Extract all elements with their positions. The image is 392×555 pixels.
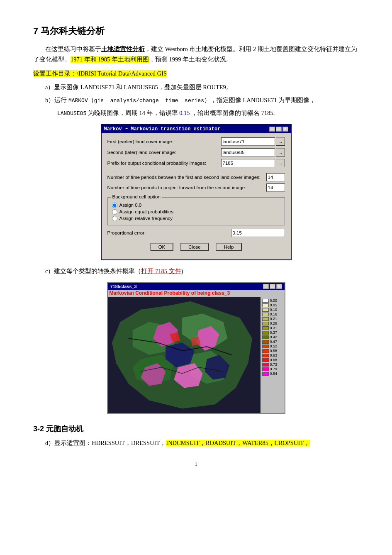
background-group: Background cell option Assign 0.0 Assign… bbox=[107, 197, 285, 225]
markov-dialog: Markov ~ Markovian transition estimator … bbox=[101, 124, 292, 260]
legend-0.21: 0.21 bbox=[262, 317, 283, 321]
forward-row: Number of time periods to project forwar… bbox=[107, 183, 285, 192]
section-title: 7 马尔科夫链分析 bbox=[33, 25, 359, 37]
map-dialog-titlebar: 7185class_3 _ □ × bbox=[108, 283, 285, 290]
intro-paragraph: 在这里练习中将基于土地适宜性分析，建立 Westboro 市土地变化模型。利用 … bbox=[33, 44, 359, 64]
legend-0.00: 0.00 bbox=[262, 298, 283, 303]
legend-0.05: 0.05 bbox=[262, 303, 283, 307]
legend-0.84: 0.84 bbox=[262, 372, 283, 376]
legend-panel: 0.00 0.05 0.10 0.16 0.21 bbox=[261, 297, 285, 413]
first-image-input[interactable] bbox=[221, 137, 275, 146]
legend-0.47: 0.47 bbox=[262, 340, 283, 344]
radio-assign-equal-label: Assign equal probabilities bbox=[119, 209, 173, 214]
error-row: Proportional error: bbox=[107, 229, 285, 237]
highlight-text: 1971 年和 1985 年土地利用图 bbox=[71, 56, 149, 63]
legend-0.26: 0.26 bbox=[262, 321, 283, 325]
step-a: a）显示图像 LANDUSE71 和 LANDUSE85，叠加矢量图层 ROUT… bbox=[45, 82, 359, 93]
subsection-32-title: 3-2 元胞自动机 bbox=[33, 424, 359, 434]
browse-btn-1[interactable]: ... bbox=[276, 137, 285, 146]
period-label: Number of time periods between the first… bbox=[107, 175, 266, 180]
field-label-1: First (earlier) land cover image: bbox=[107, 139, 221, 144]
radio-assign-00: Assign 0.0 bbox=[112, 203, 280, 208]
browse-btn-3[interactable]: ... bbox=[276, 159, 285, 167]
legend-0.37: 0.37 bbox=[262, 330, 283, 335]
landuse85-ref: LANDUSE85 bbox=[57, 110, 86, 117]
step-d-highlight: INDCMSUIT，ROADSUIT，WATER85，CROPSUIT， bbox=[166, 440, 310, 446]
map-dialog-title: 7185class_3 bbox=[110, 284, 137, 289]
page-number: 1 bbox=[33, 461, 359, 467]
step-c: c）建立每个类型的转换条件概率（打开 7185 文件) bbox=[45, 266, 359, 276]
markov-cmd: MARKOV bbox=[68, 98, 88, 104]
map-svg bbox=[108, 297, 261, 413]
step-c-link: 打开 7185 文件 bbox=[141, 268, 181, 274]
error-input[interactable] bbox=[231, 229, 285, 237]
background-group-title: Background cell option bbox=[111, 194, 162, 199]
map-area: 0.00 0.05 0.10 0.16 0.21 bbox=[108, 297, 285, 413]
dialog-footer: OK Close Help bbox=[107, 240, 285, 255]
legend-0.58: 0.58 bbox=[262, 349, 283, 353]
section-32: 3-2 元胞自动机 d）显示适宜图：HDRESSUIT，DRESSUIT，IND… bbox=[33, 424, 359, 448]
dialog-title-buttons: _ □ × bbox=[269, 127, 288, 132]
radio-assign-00-input[interactable] bbox=[112, 203, 117, 208]
field-label-2: Second (later) land cover image: bbox=[107, 150, 221, 155]
legend-0.42: 0.42 bbox=[262, 335, 283, 339]
underline-bold-text: 土地适宜性分析 bbox=[101, 46, 145, 52]
close-btn[interactable]: × bbox=[282, 127, 288, 132]
radio-assign-00-label: Assign 0.0 bbox=[119, 203, 142, 208]
period-row: Number of time periods between the first… bbox=[107, 173, 285, 181]
radio-assign-relative: Assign relative frequency bbox=[112, 216, 280, 221]
browse-btn-2[interactable]: ... bbox=[276, 148, 285, 156]
map-chart-title: Markovian Conditional Probability of bei… bbox=[108, 290, 285, 296]
map-maximize-btn[interactable]: □ bbox=[270, 284, 275, 289]
workdir-line: 设置工作目录：\IDRISI Tutorial Data\Advanced GI… bbox=[33, 68, 359, 79]
forward-label: Number of time periods to project forwar… bbox=[107, 185, 266, 190]
ok-button[interactable]: OK bbox=[150, 243, 174, 251]
dialog-titlebar: Markov ~ Markovian transition estimator … bbox=[102, 125, 291, 133]
legend-0.52: 0.52 bbox=[262, 344, 283, 348]
radio-assign-relative-input[interactable] bbox=[112, 216, 117, 221]
period-input[interactable] bbox=[266, 173, 285, 181]
help-button[interactable]: Help bbox=[216, 243, 242, 251]
map-close-btn[interactable]: × bbox=[276, 284, 282, 289]
legend-0.10: 0.10 bbox=[262, 308, 283, 312]
second-image-input[interactable] bbox=[221, 148, 275, 156]
legend-0.31: 0.31 bbox=[262, 326, 283, 330]
close-button[interactable]: Close bbox=[180, 243, 209, 251]
legend-0.68: 0.68 bbox=[262, 358, 283, 362]
map-title-buttons: _ □ × bbox=[263, 284, 282, 289]
minimize-btn[interactable]: _ bbox=[269, 127, 275, 132]
map-minimize-btn[interactable]: _ bbox=[263, 284, 269, 289]
step-a-overlap: 叠加 bbox=[164, 84, 177, 90]
radio-assign-equal: Assign equal probabilities bbox=[112, 209, 280, 215]
legend-0.16: 0.16 bbox=[262, 312, 283, 316]
maximize-btn[interactable]: □ bbox=[276, 127, 282, 132]
field-row-2: Second (later) land cover image: ... bbox=[107, 148, 285, 156]
legend-0.73: 0.73 bbox=[262, 362, 283, 367]
step-b-line2: LANDUSE85 为晚期图像，周期 14 年，错误率 0.15 ，输出概率图像… bbox=[57, 108, 359, 118]
field-row-3: Prefix for output conditional probabilit… bbox=[107, 159, 285, 167]
error-label: Proportional error: bbox=[107, 230, 231, 235]
field-label-3: Prefix for output conditional probabilit… bbox=[107, 161, 221, 166]
radio-assign-equal-input[interactable] bbox=[112, 209, 117, 215]
legend-0.79: 0.79 bbox=[262, 367, 283, 371]
field-row-1: First (earlier) land cover image: ... bbox=[107, 137, 285, 146]
dialog-title: Markov ~ Markovian transition estimator bbox=[104, 126, 221, 132]
page-content: 7 马尔科夫链分析 在这里练习中将基于土地适宜性分析，建立 Westboro 市… bbox=[33, 25, 359, 467]
map-dialog: 7185class_3 _ □ × Markovian Conditional … bbox=[107, 282, 285, 414]
error-rate: 0.15 bbox=[179, 110, 190, 116]
radio-assign-relative-label: Assign relative frequency bbox=[119, 216, 173, 221]
map-image bbox=[108, 297, 261, 413]
step-d: d）显示适宜图：HDRESSUIT，DRESSUIT，INDCMSUIT，ROA… bbox=[45, 438, 359, 448]
workdir-text: 设置工作目录：\IDRISI Tutorial Data\Advanced GI… bbox=[33, 70, 167, 77]
forward-input[interactable] bbox=[266, 183, 285, 192]
step-b-line1: b）运行 MARKOV（gis analysis/change time ser… bbox=[45, 95, 359, 105]
prefix-input[interactable] bbox=[221, 159, 275, 167]
gis-cmd: gis analysis/change time series bbox=[94, 98, 204, 104]
dialog-body: First (earlier) land cover image: ... Se… bbox=[102, 133, 291, 259]
legend-0.63: 0.63 bbox=[262, 353, 283, 357]
